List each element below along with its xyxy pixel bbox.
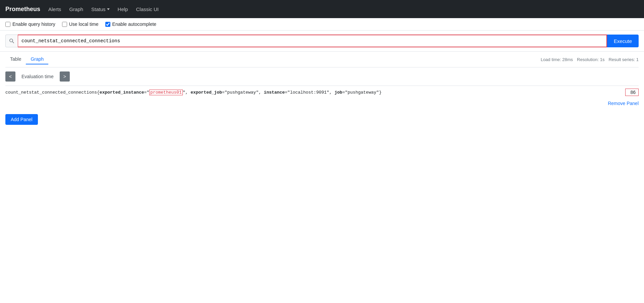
label-exported-instance-key: exported_instance bbox=[100, 90, 144, 95]
query-input[interactable] bbox=[18, 35, 607, 47]
remove-panel-row: Remove Panel bbox=[5, 99, 639, 110]
local-time-checkbox[interactable] bbox=[62, 22, 67, 27]
remove-panel-link[interactable]: Remove Panel bbox=[608, 101, 639, 106]
result-series: Result series: 1 bbox=[608, 57, 639, 62]
result-metric: count_netstat_connected_connections{expo… bbox=[5, 90, 382, 95]
query-history-checkbox[interactable] bbox=[5, 22, 10, 27]
label-instance-val: localhost:9091 bbox=[290, 90, 327, 95]
eval-next-button[interactable]: > bbox=[60, 71, 70, 82]
label-exported-instance-val: prometheus01 bbox=[149, 90, 183, 95]
local-time-checkbox-label[interactable]: Use local time bbox=[62, 21, 99, 27]
alerts-link[interactable]: Alerts bbox=[48, 6, 61, 12]
search-row: Execute bbox=[5, 35, 639, 47]
metric-prefix: count_netstat_connected_connections{ bbox=[5, 90, 100, 95]
autocomplete-label: Enable autocomplete bbox=[112, 21, 157, 27]
add-panel-button[interactable]: Add Panel bbox=[5, 114, 38, 125]
classic-ui-link[interactable]: Classic UI bbox=[136, 6, 159, 12]
panel: Table Graph Load time: 28ms Resolution: … bbox=[0, 52, 644, 110]
label-exported-job-val: pushgateway bbox=[227, 90, 256, 95]
svg-line-1 bbox=[12, 42, 14, 43]
eval-prev-button[interactable]: < bbox=[5, 71, 15, 82]
eval-time-label: Evaluation time bbox=[18, 74, 57, 79]
navbar: Prometheus Alerts Graph Status Help Clas… bbox=[0, 0, 644, 18]
meta-info: Load time: 28ms Resolution: 1s Result se… bbox=[541, 57, 639, 62]
eval-row: < Evaluation time > bbox=[5, 67, 639, 86]
search-icon-wrap bbox=[5, 35, 18, 47]
autocomplete-checkbox-label[interactable]: Enable autocomplete bbox=[105, 21, 157, 27]
brand-logo[interactable]: Prometheus bbox=[5, 6, 40, 13]
load-time: Load time: 28ms bbox=[541, 57, 573, 62]
tabs: Table Graph bbox=[5, 54, 48, 64]
result-value: 86 bbox=[625, 89, 639, 96]
svg-point-0 bbox=[10, 39, 13, 42]
label-job-val: pushgateway bbox=[347, 90, 376, 95]
label-job-key: job bbox=[334, 90, 342, 95]
tab-table[interactable]: Table bbox=[5, 54, 26, 64]
query-history-checkbox-label[interactable]: Enable query history bbox=[5, 21, 55, 27]
search-icon bbox=[9, 38, 14, 44]
help-link[interactable]: Help bbox=[118, 6, 128, 12]
label-exported-job-key: exported_job bbox=[191, 90, 222, 95]
add-panel-section: Add Panel bbox=[0, 110, 644, 129]
query-area: Execute bbox=[0, 31, 644, 52]
tab-graph[interactable]: Graph bbox=[26, 54, 48, 64]
query-history-label: Enable query history bbox=[12, 21, 55, 27]
chevron-down-icon bbox=[107, 8, 110, 10]
resolution: Resolution: 1s bbox=[577, 57, 604, 62]
local-time-label: Use local time bbox=[69, 21, 99, 27]
toolbar: Enable query history Use local time Enab… bbox=[0, 18, 644, 31]
tab-row: Table Graph Load time: 28ms Resolution: … bbox=[5, 52, 639, 67]
status-dropdown[interactable]: Status bbox=[91, 6, 110, 12]
execute-button[interactable]: Execute bbox=[607, 35, 639, 47]
metric-suffix: } bbox=[379, 90, 382, 95]
autocomplete-checkbox[interactable] bbox=[105, 22, 110, 27]
result-row: count_netstat_connected_connections{expo… bbox=[5, 86, 639, 99]
label-instance-key: instance bbox=[264, 90, 285, 95]
graph-link[interactable]: Graph bbox=[69, 6, 83, 12]
